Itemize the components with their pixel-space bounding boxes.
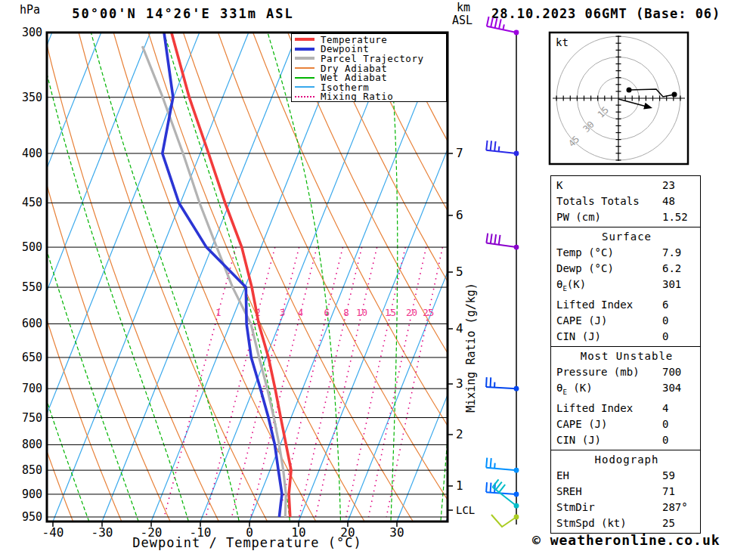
temperature-tick-label: -40 bbox=[42, 525, 64, 540]
pressure-tick-label: 650 bbox=[22, 351, 42, 364]
mixing-ratio-label: 1 bbox=[215, 307, 222, 318]
stats-value: 0 bbox=[662, 432, 668, 448]
stats-value: 4 bbox=[662, 401, 668, 416]
stats-label: Temp (°C) bbox=[556, 246, 614, 258]
plot-border bbox=[47, 32, 448, 522]
pressure-tick-label: 900 bbox=[22, 487, 42, 501]
isotherm-lines bbox=[0, 32, 642, 522]
stats-table: HodographEH59SREH71StmDir287°StmSpd (kt)… bbox=[550, 450, 701, 534]
km-tick-label: 4 bbox=[456, 321, 463, 336]
stats-value: 59 bbox=[662, 468, 675, 484]
stats-label: EH bbox=[556, 469, 569, 481]
pressure-tick-label: 550 bbox=[22, 280, 42, 294]
stats-row: CAPE (J)0 bbox=[556, 416, 697, 432]
stats-row: StmSpd (kt)25 bbox=[556, 515, 697, 531]
stats-value: 0 bbox=[662, 416, 668, 432]
stats-row: EH59 bbox=[556, 468, 697, 484]
legend-swatch bbox=[295, 96, 314, 97]
stats-label: Totals Totals bbox=[556, 195, 640, 207]
mixing-ratio-label: 6 bbox=[324, 307, 330, 318]
stats-label: CIN (J) bbox=[556, 330, 601, 342]
legend-swatch bbox=[295, 48, 314, 51]
skewt-sounding-page: hPa 50°00'N 14°26'E 331m ASL km ASL 28.1… bbox=[0, 0, 756, 554]
km-tick-label: 1 bbox=[456, 478, 463, 493]
hodograph-unit-label: kt bbox=[556, 36, 569, 48]
stats-row: CIN (J)0 bbox=[556, 432, 697, 448]
legend-swatch bbox=[295, 67, 314, 69]
stats-value: 7.9 bbox=[662, 245, 681, 261]
hodograph: 153045kt bbox=[550, 32, 688, 164]
mixing-ratio-label: 8 bbox=[343, 307, 349, 318]
stats-value: 304 bbox=[662, 380, 681, 396]
wind-barb bbox=[486, 377, 519, 391]
stats-value: 6.2 bbox=[662, 261, 681, 277]
stats-table: K23Totals Totals48PW (cm)1.52 bbox=[550, 175, 701, 227]
km-tick-label: 5 bbox=[456, 265, 463, 279]
legend-swatch bbox=[295, 57, 314, 60]
wind-barb bbox=[491, 515, 519, 527]
hodograph-level-dot bbox=[672, 92, 677, 97]
mixing-ratio-label: 3 bbox=[280, 307, 286, 318]
stats-value: 25 bbox=[662, 515, 675, 531]
stats-label: SREH bbox=[556, 485, 582, 497]
stats-label: StmDir bbox=[556, 501, 595, 513]
stats-row: Temp (°C)7.9 bbox=[556, 245, 697, 261]
stats-label: CAPE (J) bbox=[556, 418, 607, 430]
pressure-tick-label: 600 bbox=[22, 317, 42, 330]
legend-swatch bbox=[295, 86, 314, 88]
stats-row: Totals Totals48 bbox=[556, 193, 697, 209]
wind-barb bbox=[486, 458, 519, 473]
stats-row: SREH71 bbox=[556, 484, 697, 500]
stats-value: 48 bbox=[662, 193, 675, 209]
stats-row: θE (K)304 bbox=[556, 380, 697, 401]
km-tick-label: 3 bbox=[456, 376, 463, 391]
mixing-ratio-label: 25 bbox=[423, 307, 434, 318]
hodograph-ring-label: 30 bbox=[581, 119, 596, 135]
hodograph-ring-label: 15 bbox=[596, 104, 611, 119]
wind-barb-column bbox=[486, 17, 519, 527]
stats-row: K23 bbox=[556, 178, 697, 193]
stats-table-title: Most Unstable bbox=[556, 348, 697, 364]
stats-table-title: Hodograph bbox=[556, 452, 697, 468]
stats-value: 287° bbox=[662, 500, 688, 515]
stats-row: CAPE (J)0 bbox=[556, 313, 697, 329]
stats-label: Pressure (mb) bbox=[556, 366, 640, 378]
pressure-tick-label: 800 bbox=[22, 438, 42, 451]
stats-row: StmDir287° bbox=[556, 500, 697, 515]
km-tick-label: 2 bbox=[456, 427, 463, 441]
stats-value: 0 bbox=[662, 329, 668, 345]
stats-value: 1.52 bbox=[662, 209, 688, 225]
pressure-tick-label: 450 bbox=[22, 196, 42, 209]
legend-item: Mixing Ratio bbox=[295, 92, 446, 102]
wind-barb bbox=[487, 17, 519, 35]
stats-value: 0 bbox=[662, 313, 668, 329]
pressure-gridlines bbox=[47, 32, 448, 517]
wet-adiabat-lines bbox=[0, 32, 482, 539]
pressure-tick-label: 400 bbox=[22, 147, 42, 160]
stats-label: PW (cm) bbox=[556, 211, 601, 223]
legend-swatch bbox=[295, 38, 314, 41]
pressure-tick-label: 950 bbox=[22, 510, 42, 524]
stats-label: Dewp (°C) bbox=[556, 262, 614, 274]
stats-label: Lifted Index bbox=[556, 299, 633, 311]
legend-item: Wet Adiabat bbox=[295, 73, 446, 82]
stats-value: 23 bbox=[662, 178, 675, 193]
stats-tables: K23Totals Totals48PW (cm)1.52SurfaceTemp… bbox=[550, 176, 701, 534]
legend: TemperatureDewpointParcel TrajectoryDry … bbox=[291, 33, 447, 102]
hodograph-level-dot bbox=[627, 88, 632, 93]
stats-label: K bbox=[556, 179, 562, 191]
stats-row: Lifted Index6 bbox=[556, 297, 697, 313]
stats-label: CIN (J) bbox=[556, 434, 601, 446]
hodograph-trace bbox=[629, 89, 674, 97]
stats-value: 700 bbox=[662, 364, 681, 380]
stats-row: Dewp (°C)6.2 bbox=[556, 261, 697, 277]
pressure-tick-label: 700 bbox=[22, 382, 42, 395]
temperature-tick-label: 30 bbox=[389, 525, 404, 540]
stats-table: SurfaceTemp (°C)7.9Dewp (°C)6.2θE(K)301L… bbox=[550, 227, 701, 347]
stats-row: PW (cm)1.52 bbox=[556, 209, 697, 225]
km-tick-label: 7 bbox=[456, 146, 463, 160]
stats-row: CIN (J)0 bbox=[556, 329, 697, 345]
stats-table: Most UnstablePressure (mb)700θE (K)304Li… bbox=[550, 346, 701, 450]
km-tick-label: 6 bbox=[456, 208, 463, 222]
stats-label: θE (K) bbox=[556, 382, 593, 394]
